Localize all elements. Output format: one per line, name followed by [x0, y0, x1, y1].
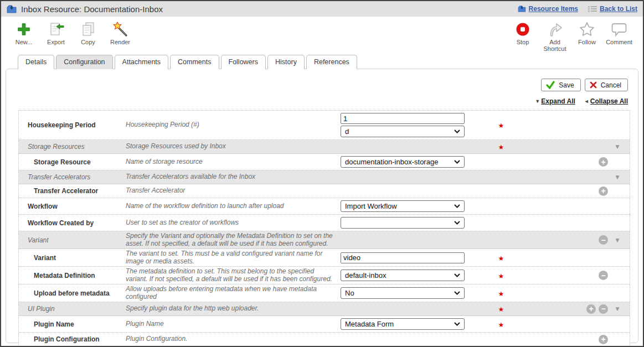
save-button[interactable]: Save — [541, 79, 580, 91]
cancel-button[interactable]: Cancel — [585, 79, 628, 91]
collapse-slot: ▼ — [611, 173, 624, 181]
required-star-icon: ★ — [498, 143, 504, 151]
row-control — [341, 338, 473, 340]
collapse-section-icon[interactable]: ▼ — [614, 143, 621, 151]
collapse-section-icon[interactable]: ▼ — [614, 173, 621, 181]
row-label: Storage Resources — [23, 143, 126, 151]
field-row: Metadata DefinitionThe metadata definiti… — [19, 267, 630, 284]
tab-attachments[interactable]: Attachments — [115, 55, 168, 69]
row-actions: + — [529, 335, 626, 344]
expand-marker-icon: ▼ — [535, 99, 540, 104]
group-row: Storage ResourcesStorage Resources used … — [19, 140, 630, 154]
chevron-down-icon — [454, 130, 460, 133]
page-title: Inbox Resource: Documentation-Inbox — [21, 4, 163, 14]
tab-comments[interactable]: Comments — [170, 55, 219, 69]
row-label: Housekeeping Period — [23, 121, 126, 129]
select-input[interactable]: default-inbox — [341, 270, 465, 281]
configuration-panel: Save Cancel ▼Expand All ◄Collapse All Ho… — [6, 69, 638, 343]
row-description: Name of the workflow definition to launc… — [126, 203, 341, 210]
row-label: Metadata Definition — [23, 272, 126, 279]
row-description: Transfer Accelerator — [126, 187, 341, 195]
group-row: VariantSpecify the Variant and optionall… — [19, 231, 630, 249]
required-cell: ★ — [473, 253, 529, 263]
tab-history[interactable]: History — [267, 55, 305, 69]
field-row: Workflow Created byUser to set as the cr… — [19, 215, 630, 231]
add-row-icon[interactable]: + — [599, 187, 608, 196]
remove-row-icon[interactable]: − — [599, 235, 608, 245]
back-to-list-link[interactable]: Back to List — [588, 5, 637, 13]
tab-references[interactable]: References — [306, 55, 357, 69]
row-label: Variant — [23, 236, 126, 244]
magic-wand-icon — [112, 20, 128, 38]
toolbar: New... Export Copy Render St — [1, 17, 643, 53]
config-table: Housekeeping PeriodHousekeeping Period (… — [18, 110, 630, 346]
add-row-icon[interactable]: + — [599, 157, 608, 167]
select-input[interactable]: d — [341, 126, 465, 137]
follow-button[interactable]: Follow — [571, 20, 603, 52]
expand-all-link[interactable]: ▼Expand All — [535, 97, 575, 105]
row-label: Workflow — [23, 203, 126, 210]
text-input[interactable] — [341, 252, 465, 263]
render-button[interactable]: Render — [104, 20, 136, 45]
row-actions: ▼ — [529, 173, 626, 181]
export-button[interactable]: Export — [40, 20, 72, 45]
plus-icon — [17, 20, 31, 38]
field-row: VariantThe variant to set. This must be … — [19, 249, 630, 267]
row-description: Plugin Configuration. — [126, 335, 341, 343]
required-star-icon: ★ — [498, 272, 504, 280]
row-label: Workflow Created by — [23, 219, 126, 227]
inbox-folder-icon — [7, 5, 17, 13]
select-input[interactable] — [341, 217, 465, 229]
text-input[interactable] — [341, 113, 465, 124]
x-icon — [590, 81, 597, 89]
required-cell: ★ — [473, 120, 529, 130]
copy-button[interactable]: Copy — [72, 20, 104, 45]
row-description: Housekeeping Period (#) — [126, 121, 341, 129]
chevron-down-icon — [454, 160, 460, 164]
required-cell: ★ — [473, 142, 529, 152]
stop-button[interactable]: Stop — [507, 20, 539, 52]
add-row-icon[interactable]: + — [586, 304, 596, 314]
comment-button[interactable]: Comment — [603, 20, 635, 52]
export-page-icon — [48, 20, 64, 38]
chevron-down-icon — [454, 291, 460, 295]
shortcut-arrow-icon — [547, 20, 563, 38]
row-actions: + — [529, 157, 626, 167]
row-description: Transfer Accelerators available for the … — [126, 173, 341, 181]
select-value: d — [345, 127, 349, 136]
row-description: Allow uploads before entering metadata w… — [126, 286, 341, 301]
remove-row-icon[interactable]: − — [599, 304, 608, 314]
row-description: Specify the Variant and optionally the M… — [126, 232, 341, 247]
collapse-all-link[interactable]: ◄Collapse All — [584, 97, 628, 105]
select-input[interactable]: Metadata Form — [341, 318, 465, 330]
row-actions: −▼ — [529, 235, 626, 245]
new-button[interactable]: New... — [8, 20, 40, 45]
star-outline-icon — [579, 20, 595, 38]
collapse-marker-icon: ◄ — [584, 99, 589, 104]
select-value: documentation-inbox-storage — [345, 158, 438, 166]
tab-followers[interactable]: Followers — [221, 55, 266, 69]
add-row-icon[interactable]: + — [599, 335, 608, 344]
required-cell: ★ — [473, 288, 529, 298]
row-control: default-inbox — [341, 268, 473, 282]
collapse-slot: ▼ — [611, 236, 624, 244]
row-label: Plugin Name — [23, 320, 126, 328]
select-input[interactable]: documentation-inbox-storage — [341, 156, 465, 168]
select-input[interactable]: No — [341, 287, 465, 299]
row-description: Storage Resources used by Inbox — [126, 143, 341, 151]
collapse-slot: ▼ — [611, 305, 624, 313]
row-description: The metadata definition to set. This mus… — [126, 268, 341, 283]
resource-items-link[interactable]: Resource Items — [518, 5, 578, 13]
collapse-section-icon[interactable]: ▼ — [614, 305, 621, 313]
list-icon — [588, 6, 597, 12]
row-actions: − — [529, 271, 626, 280]
tab-configuration[interactable]: Configuration — [56, 55, 112, 69]
field-row: Plugin ConfigurationPlugin Configuration… — [19, 333, 630, 346]
field-row: Plugin NamePlugin NameMetadata Form★ — [19, 316, 630, 333]
tab-details[interactable]: Details — [18, 55, 54, 69]
chevron-down-icon — [454, 221, 460, 225]
select-input[interactable]: Import Workflow — [341, 200, 465, 212]
remove-row-icon[interactable]: − — [599, 271, 608, 280]
collapse-section-icon[interactable]: ▼ — [614, 236, 621, 244]
add-shortcut-button[interactable]: Add Shortcut — [539, 20, 571, 52]
